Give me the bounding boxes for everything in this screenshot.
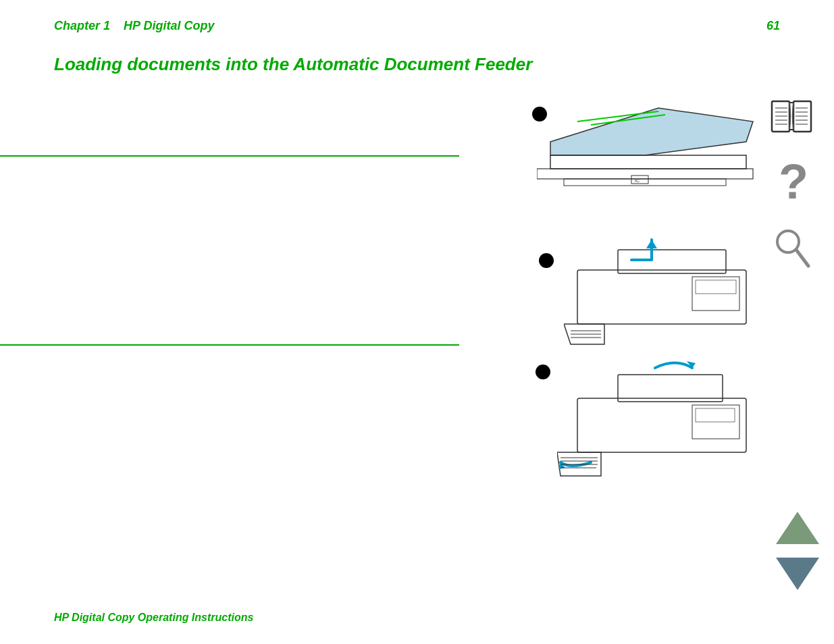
- svg-rect-12: [696, 280, 736, 294]
- svg-rect-3: [564, 179, 726, 186]
- page-title: Loading documents into the Automatic Doc…: [54, 54, 532, 75]
- svg-rect-2: [537, 169, 753, 179]
- svg-text:IC: IC: [635, 178, 640, 183]
- search-icon[interactable]: [773, 227, 810, 273]
- nav-down-arrow[interactable]: [776, 558, 819, 590]
- rule-line-2: [0, 344, 459, 346]
- page-header: Chapter 1 HP Digital Copy 61: [54, 19, 780, 33]
- nav-arrows: [776, 512, 819, 590]
- svg-rect-8: [577, 270, 746, 324]
- diagram-2: [564, 236, 766, 358]
- svg-rect-18: [618, 375, 723, 402]
- svg-marker-13: [646, 240, 657, 248]
- diagram-3: [557, 358, 766, 486]
- nav-up-arrow[interactable]: [776, 512, 819, 544]
- svg-text:?: ?: [779, 157, 808, 209]
- svg-line-44: [796, 250, 808, 266]
- step-3-marker: [536, 365, 550, 382]
- diagram-1: IC: [537, 101, 766, 236]
- svg-rect-21: [696, 408, 735, 422]
- svg-marker-0: [550, 108, 753, 155]
- svg-rect-6: [631, 176, 648, 184]
- rule-line-1: [0, 155, 459, 157]
- svg-rect-1: [550, 155, 746, 169]
- page-number: 61: [766, 19, 780, 33]
- svg-rect-17: [577, 398, 746, 452]
- book-icon[interactable]: [768, 95, 814, 143]
- page-footer: HP Digital Copy Operating Instructions: [54, 612, 253, 624]
- sidebar: ?: [761, 95, 822, 273]
- help-icon[interactable]: ?: [773, 157, 810, 213]
- chapter-label: Chapter 1 HP Digital Copy: [54, 19, 214, 33]
- step-2-marker: [539, 253, 554, 271]
